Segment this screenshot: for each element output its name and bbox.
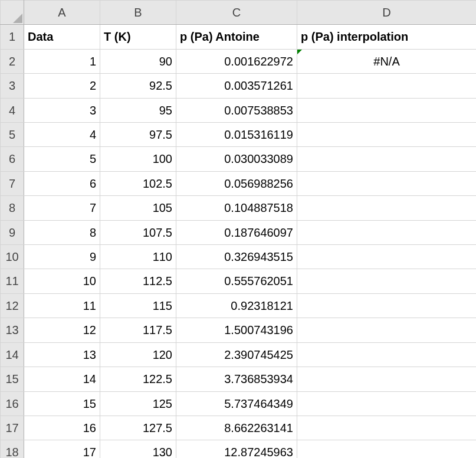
- select-all-corner[interactable]: [1, 1, 24, 25]
- cell-C14[interactable]: 2.390745425: [176, 342, 297, 367]
- cell-B17[interactable]: 127.5: [100, 416, 176, 440]
- cell-B5[interactable]: 97.5: [100, 123, 176, 147]
- cell-A3[interactable]: 2: [24, 74, 100, 98]
- row-header-8[interactable]: 8: [1, 196, 24, 220]
- cell-C11[interactable]: 0.555762051: [176, 269, 297, 293]
- cell-C13[interactable]: 1.500743196: [176, 318, 297, 342]
- row-header-14[interactable]: 14: [1, 342, 24, 367]
- cell-D14[interactable]: [297, 342, 477, 367]
- cell-A15[interactable]: 14: [24, 367, 100, 391]
- row-header-3[interactable]: 3: [1, 74, 24, 98]
- cell-B2[interactable]: 90: [100, 49, 176, 73]
- row-header-17[interactable]: 17: [1, 416, 24, 440]
- cell-C16[interactable]: 5.737464349: [176, 391, 297, 416]
- cell-A18[interactable]: 17: [24, 440, 100, 458]
- cell-B18[interactable]: 130: [100, 440, 176, 458]
- row-header-6[interactable]: 6: [1, 147, 24, 171]
- row-header-4[interactable]: 4: [1, 98, 24, 122]
- col-header-B[interactable]: B: [100, 1, 176, 25]
- cell-A8[interactable]: 7: [24, 196, 100, 220]
- data-row: 3 2 92.5 0.003571261: [1, 74, 477, 98]
- cell-D8[interactable]: [297, 196, 477, 220]
- cell-A10[interactable]: 9: [24, 245, 100, 269]
- row-header-15[interactable]: 15: [1, 367, 24, 391]
- cell-C6[interactable]: 0.030033089: [176, 147, 297, 171]
- cell-C7[interactable]: 0.056988256: [176, 171, 297, 195]
- cell-C12[interactable]: 0.92318121: [176, 293, 297, 318]
- cell-D17[interactable]: [297, 416, 477, 440]
- row-header-12[interactable]: 12: [1, 293, 24, 318]
- row-header-11[interactable]: 11: [1, 269, 24, 293]
- cell-C1[interactable]: p (Pa) Antoine: [176, 25, 297, 49]
- cell-D3[interactable]: [297, 74, 477, 98]
- cell-C3[interactable]: 0.003571261: [176, 74, 297, 98]
- col-header-C[interactable]: C: [176, 1, 297, 25]
- cell-B16[interactable]: 125: [100, 391, 176, 416]
- cell-C18[interactable]: 12.87245963: [176, 440, 297, 458]
- cell-C4[interactable]: 0.007538853: [176, 98, 297, 122]
- cell-D9[interactable]: [297, 220, 477, 244]
- cell-C9[interactable]: 0.187646097: [176, 220, 297, 244]
- cell-B14[interactable]: 120: [100, 342, 176, 367]
- cell-D11[interactable]: [297, 269, 477, 293]
- cell-B8[interactable]: 105: [100, 196, 176, 220]
- cell-D12[interactable]: [297, 293, 477, 318]
- cell-A5[interactable]: 4: [24, 123, 100, 147]
- cell-B9[interactable]: 107.5: [100, 220, 176, 244]
- cell-B15[interactable]: 122.5: [100, 367, 176, 391]
- cell-C10[interactable]: 0.326943515: [176, 245, 297, 269]
- cell-B7[interactable]: 102.5: [100, 171, 176, 195]
- cell-B6[interactable]: 100: [100, 147, 176, 171]
- data-row: 17 16 127.5 8.662263141: [1, 416, 477, 440]
- cell-D16[interactable]: [297, 391, 477, 416]
- cell-A11[interactable]: 10: [24, 269, 100, 293]
- cell-C5[interactable]: 0.015316119: [176, 123, 297, 147]
- row-header-5[interactable]: 5: [1, 123, 24, 147]
- row-header-10[interactable]: 10: [1, 245, 24, 269]
- data-row: 2 1 90 0.001622972 #N/A: [1, 49, 477, 73]
- cell-A2[interactable]: 1: [24, 49, 100, 73]
- cell-B3[interactable]: 92.5: [100, 74, 176, 98]
- cell-A1[interactable]: Data: [24, 25, 100, 49]
- row-header-1[interactable]: 1: [1, 25, 24, 49]
- cell-D1[interactable]: p (Pa) interpolation: [297, 25, 477, 49]
- row-header-18[interactable]: 18: [1, 440, 24, 458]
- cell-C17[interactable]: 8.662263141: [176, 416, 297, 440]
- cell-D13[interactable]: [297, 318, 477, 342]
- cell-A14[interactable]: 13: [24, 342, 100, 367]
- data-row: 13 12 117.5 1.500743196: [1, 318, 477, 342]
- cell-D6[interactable]: [297, 147, 477, 171]
- cell-B13[interactable]: 117.5: [100, 318, 176, 342]
- row-header-2[interactable]: 2: [1, 49, 24, 73]
- cell-B1[interactable]: T (K): [100, 25, 176, 49]
- cell-A13[interactable]: 12: [24, 318, 100, 342]
- cell-A6[interactable]: 5: [24, 147, 100, 171]
- cell-C15[interactable]: 3.736853934: [176, 367, 297, 391]
- row-header-9[interactable]: 9: [1, 220, 24, 244]
- cell-D7[interactable]: [297, 171, 477, 195]
- row-header-7[interactable]: 7: [1, 171, 24, 195]
- row-header-16[interactable]: 16: [1, 391, 24, 416]
- cell-A16[interactable]: 15: [24, 391, 100, 416]
- spreadsheet-grid[interactable]: A B C D 1 Data T (K) p (Pa) Antoine p (P…: [0, 0, 476, 458]
- cell-A12[interactable]: 11: [24, 293, 100, 318]
- cell-B10[interactable]: 110: [100, 245, 176, 269]
- cell-A4[interactable]: 3: [24, 98, 100, 122]
- cell-D2[interactable]: #N/A: [297, 49, 477, 73]
- cell-B4[interactable]: 95: [100, 98, 176, 122]
- cell-D10[interactable]: [297, 245, 477, 269]
- cell-C2[interactable]: 0.001622972: [176, 49, 297, 73]
- cell-A9[interactable]: 8: [24, 220, 100, 244]
- col-header-D[interactable]: D: [297, 1, 477, 25]
- cell-D18[interactable]: [297, 440, 477, 458]
- cell-B12[interactable]: 115: [100, 293, 176, 318]
- cell-D5[interactable]: [297, 123, 477, 147]
- cell-D4[interactable]: [297, 98, 477, 122]
- row-header-13[interactable]: 13: [1, 318, 24, 342]
- cell-A7[interactable]: 6: [24, 171, 100, 195]
- cell-D15[interactable]: [297, 367, 477, 391]
- cell-C8[interactable]: 0.104887518: [176, 196, 297, 220]
- col-header-A[interactable]: A: [24, 1, 100, 25]
- cell-A17[interactable]: 16: [24, 416, 100, 440]
- cell-B11[interactable]: 112.5: [100, 269, 176, 293]
